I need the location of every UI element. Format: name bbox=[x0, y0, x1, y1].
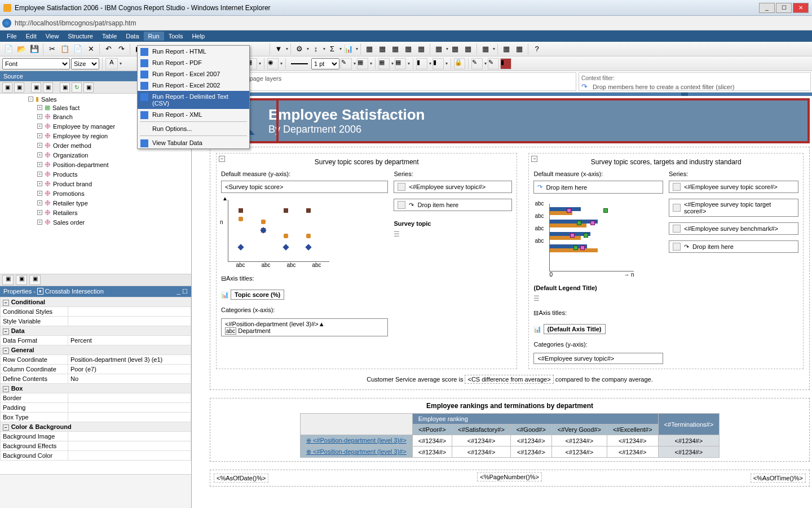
paste-button[interactable]: 📄 bbox=[72, 43, 84, 55]
sort-asc-button[interactable]: ↕ bbox=[310, 43, 322, 55]
swap-button[interactable]: ▦ bbox=[462, 43, 474, 55]
y-measure-dropzone[interactable]: <Survey topic score> bbox=[221, 181, 388, 193]
lock-button[interactable]: 🔒 bbox=[454, 58, 465, 69]
rankings-crosstab[interactable]: Employee ranking<#Terminations#> <#Poor#… bbox=[300, 413, 720, 458]
series-slot-3[interactable]: <#Employee survey benchmark#> bbox=[669, 222, 798, 235]
insert-table-button[interactable]: ▦ bbox=[479, 43, 492, 55]
delete-button[interactable]: ✕ bbox=[85, 43, 97, 55]
pickup-button[interactable]: ✎ bbox=[488, 58, 499, 69]
crosstab-button[interactable]: ▦ bbox=[376, 43, 389, 55]
filter-button[interactable]: ▼ bbox=[272, 43, 285, 55]
page-number-token[interactable]: <%PageNumber()%> bbox=[477, 472, 542, 481]
menu-run[interactable]: Run bbox=[144, 32, 164, 41]
row-header-link[interactable]: ⊕ <#Position-department (level 3)#> bbox=[300, 435, 412, 446]
menu-file[interactable]: File bbox=[2, 32, 21, 41]
series-dropzone[interactable]: <#Employee survey topic#> bbox=[394, 181, 512, 193]
aggregate-button[interactable]: ▦ bbox=[500, 43, 513, 55]
chart2-title[interactable]: Survey topic scores, targets and industr… bbox=[533, 158, 798, 166]
context-filter-dropzone[interactable]: Context filter: ↷ Drop members here to c… bbox=[579, 72, 811, 91]
source-tool-4[interactable]: ▣ bbox=[43, 82, 53, 93]
run-options[interactable]: Run Options... bbox=[138, 123, 249, 134]
border-color-button[interactable]: ✎ bbox=[341, 58, 352, 69]
class-button[interactable]: ▮ bbox=[433, 58, 444, 69]
tree-retailer-type[interactable]: Retailer type bbox=[53, 200, 88, 207]
tab-data[interactable]: ▣ bbox=[16, 275, 27, 285]
open-button[interactable]: 📂 bbox=[15, 43, 28, 55]
report-header[interactable]: Employee Satisfaction By Department 2006 bbox=[210, 98, 810, 143]
chart1-title[interactable]: Survey topic scores by department bbox=[221, 158, 512, 166]
list-button[interactable]: ▦ bbox=[363, 43, 376, 55]
series-slot-2[interactable]: <#Employee survey topic target score#> bbox=[669, 199, 798, 217]
chart-scores-targets[interactable]: − Survey topic scores, targets and indus… bbox=[528, 153, 804, 369]
size-select[interactable]: Size bbox=[71, 58, 99, 69]
categories-dropzone[interactable]: <#Employee survey topic#> bbox=[533, 353, 663, 364]
tab-toolbox[interactable]: ▣ bbox=[29, 275, 41, 285]
source-tool-3[interactable]: ▣ bbox=[31, 82, 41, 93]
font-select[interactable]: Font bbox=[2, 58, 70, 69]
save-button[interactable]: 💾 bbox=[28, 43, 41, 55]
collapse-icon[interactable]: − bbox=[28, 97, 33, 102]
tree-product-brand[interactable]: Product brand bbox=[53, 181, 92, 187]
collapse-icon[interactable]: − bbox=[219, 156, 225, 162]
run-html[interactable]: Run Report - HTML bbox=[138, 46, 249, 57]
tree-position-dept[interactable]: Position-department bbox=[53, 161, 108, 168]
menu-tools[interactable]: Tools bbox=[164, 32, 188, 41]
section-button[interactable]: ▦ bbox=[389, 43, 401, 55]
style-button[interactable]: ▮ bbox=[416, 58, 427, 69]
series-empty-dropzone[interactable]: ↷Drop item here bbox=[394, 199, 512, 211]
borders-button[interactable]: ▦ bbox=[357, 58, 368, 69]
tab-source[interactable]: ▣ bbox=[2, 275, 14, 285]
categories-dropzone[interactable]: <#Position-department (level 3)#>▲ abc D… bbox=[221, 318, 388, 336]
axis-title-box[interactable]: (Default Axis Title) bbox=[544, 324, 606, 334]
run-pdf[interactable]: Run Report - PDF bbox=[138, 57, 249, 68]
new-button[interactable]: 📄 bbox=[2, 43, 15, 55]
expand-icon[interactable]: + bbox=[37, 181, 42, 186]
sort-button[interactable]: ⚙ bbox=[293, 43, 306, 55]
asof-date-token[interactable]: <%AsOfDate()%> bbox=[214, 474, 268, 483]
expand-icon[interactable]: + bbox=[37, 172, 42, 177]
narrative-token[interactable]: <CS difference from average> bbox=[465, 375, 553, 384]
expand-icon[interactable]: + bbox=[37, 124, 42, 129]
asof-time-token[interactable]: <%AsOfTime()%> bbox=[751, 474, 806, 483]
copy-button[interactable]: 📋 bbox=[59, 43, 71, 55]
chart-button[interactable]: ▦ bbox=[402, 43, 414, 55]
page-layers-dropzone[interactable]: bers here to create page layers bbox=[193, 72, 576, 91]
menu-view[interactable]: View bbox=[41, 32, 64, 41]
narrative-text[interactable]: Customer Service average score is <CS di… bbox=[216, 375, 804, 384]
padding-button[interactable]: ▦ bbox=[378, 58, 390, 69]
menu-edit[interactable]: Edit bbox=[21, 32, 41, 41]
properties-grid[interactable]: −ConditionalConditional StylesStyle Vari… bbox=[0, 297, 191, 475]
minimize-button[interactable]: _ bbox=[759, 3, 775, 13]
tree-promotions[interactable]: Promotions bbox=[53, 190, 85, 197]
x-measure-dropzone[interactable]: ↷Drop item here bbox=[533, 181, 663, 194]
source-tool-7[interactable]: ▣ bbox=[83, 82, 94, 93]
chart-scores-by-dept[interactable]: − Survey topic scores by department Defa… bbox=[216, 153, 517, 369]
expand-icon[interactable]: + bbox=[37, 220, 42, 225]
border-width-select[interactable]: 1 pt bbox=[311, 58, 339, 69]
cut-button[interactable]: ✂ bbox=[46, 43, 58, 55]
expand-icon[interactable]: + bbox=[37, 114, 42, 119]
table-title[interactable]: Employee rankings and terminations by de… bbox=[214, 402, 806, 410]
source-tool-5[interactable]: ▣ bbox=[60, 82, 70, 93]
series-empty-dropzone[interactable]: ↷Drop item here bbox=[669, 240, 798, 253]
tree-products[interactable]: Products bbox=[53, 171, 77, 178]
tree-emp-region[interactable]: Employee by region bbox=[53, 133, 108, 139]
calc-button[interactable]: 📊 bbox=[342, 43, 355, 55]
menu-table[interactable]: Table bbox=[98, 32, 121, 41]
run-xml[interactable]: Run Report - XML bbox=[138, 109, 249, 120]
tree-sales-fact[interactable]: Sales fact bbox=[52, 104, 80, 111]
run-excel2002[interactable]: Run Report - Excel 2002 bbox=[138, 80, 249, 91]
view-tabular-data[interactable]: View Tabular Data bbox=[138, 137, 249, 148]
report-title[interactable]: Employee Satisfaction bbox=[268, 106, 425, 124]
rankings-table-container[interactable]: Employee rankings and terminations by de… bbox=[210, 398, 810, 462]
undo-button[interactable]: ↶ bbox=[102, 43, 114, 55]
expand-icon[interactable]: + bbox=[37, 191, 42, 196]
collapse-icon[interactable]: − bbox=[531, 156, 537, 162]
spacing-button[interactable]: ▦ bbox=[395, 58, 406, 69]
headers-button[interactable]: ▦ bbox=[433, 43, 445, 55]
page-button[interactable]: ▦ bbox=[513, 43, 526, 55]
expand-icon[interactable]: + bbox=[37, 143, 42, 148]
redo-button[interactable]: ↷ bbox=[115, 43, 127, 55]
close-button[interactable]: ✕ bbox=[793, 3, 809, 13]
expand-icon[interactable]: + bbox=[37, 105, 42, 110]
